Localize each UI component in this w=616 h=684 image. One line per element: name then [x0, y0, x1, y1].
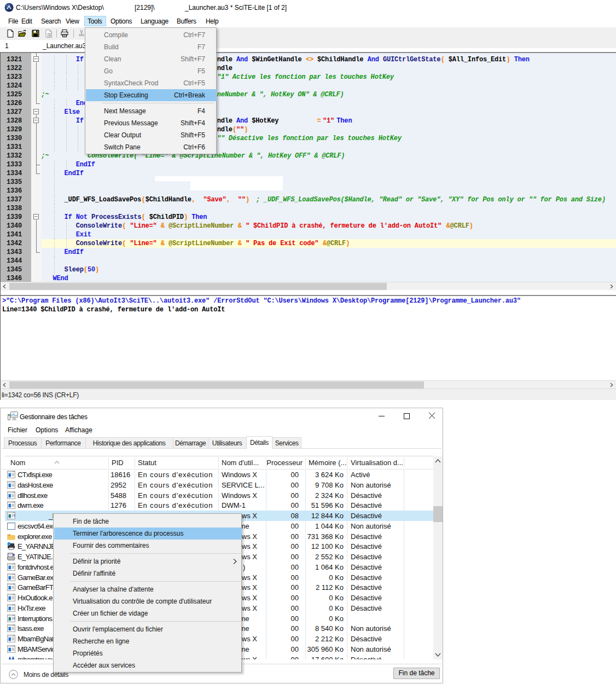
- process-row-ctxfispi-exe[interactable]: CTxfispi.exe18616En cours d'exécutionWin…: [2, 469, 434, 480]
- column-separator[interactable]: [404, 457, 404, 468]
- tm-tab-services[interactable]: Services: [272, 437, 301, 449]
- scroll-down-arrow[interactable]: [433, 650, 443, 659]
- menu-item-go[interactable]: GoF5: [86, 65, 217, 77]
- tm-menubar-item-affichage[interactable]: Affichage: [65, 426, 92, 434]
- indent-guide: [54, 117, 55, 125]
- save-file-icon[interactable]: [31, 29, 40, 38]
- taskmanager-icon: [8, 411, 18, 421]
- output-hscrollbar[interactable]: [0, 380, 616, 389]
- context-item-cr-er-un-fichier-de-vidage[interactable]: Créer un fichier de vidage: [54, 607, 242, 619]
- process-row-dwm-exe[interactable]: dwm.exe1276En cours d'exécutionDWM-10051…: [2, 500, 434, 511]
- tm-tab-processus[interactable]: Processus: [4, 437, 42, 449]
- menu-item-previous-message[interactable]: Previous MessageShift+F4: [86, 117, 217, 129]
- menu-item-clean[interactable]: CleanShift+F7: [86, 53, 217, 65]
- tm-tab-performance[interactable]: Performance: [41, 437, 86, 449]
- menubar-item-buffers[interactable]: Buffers: [177, 18, 196, 25]
- scroll-thumb[interactable]: [9, 381, 424, 389]
- toolbar-separator: [73, 30, 74, 38]
- maximize-button[interactable]: [394, 408, 420, 425]
- indent-guide: [54, 230, 55, 239]
- scroll-thumb[interactable]: [433, 506, 443, 522]
- column-header-user[interactable]: Nom d'util...: [222, 459, 259, 467]
- end-task-button[interactable]: Fin de tâche: [393, 668, 440, 679]
- cell-cpu: 00: [291, 501, 299, 509]
- fold-collapse-box[interactable]: [33, 56, 39, 62]
- output-pane[interactable]: >"C:\Program Files (x86)\AutoIt3\SciTE\.…: [0, 296, 616, 380]
- tm-menubar-item-fichier[interactable]: Fichier: [8, 426, 27, 434]
- tm-tab-d-marrage[interactable]: Démarrage: [173, 437, 208, 449]
- menubar-item-view[interactable]: View: [66, 18, 79, 25]
- editor-hscrollbar[interactable]: [0, 282, 616, 290]
- column-header-pid[interactable]: PID: [112, 459, 124, 467]
- column-separator[interactable]: [218, 457, 219, 468]
- context-item-d-finir-l-affinit-[interactable]: Définir l'affinité: [54, 567, 242, 579]
- menubar-item-options[interactable]: Options: [111, 18, 132, 25]
- print-icon[interactable]: [60, 29, 69, 38]
- fold-collapse-box[interactable]: [33, 214, 39, 219]
- open-file-icon[interactable]: [18, 29, 27, 38]
- scroll-left-arrow[interactable]: [0, 381, 9, 389]
- tm-tab-d-tails[interactable]: Détails: [246, 436, 273, 449]
- context-item-fournir-des-commentaires[interactable]: Fournir des commentaires: [54, 540, 242, 552]
- menu-item-next-message[interactable]: Next MessageF4: [86, 105, 217, 117]
- context-item-acc-der-aux-services[interactable]: Accéder aux services: [54, 659, 242, 671]
- minimize-button[interactable]: [369, 408, 394, 425]
- new-file-icon[interactable]: [6, 29, 15, 38]
- indent-guide: [54, 108, 55, 117]
- column-separator[interactable]: [266, 457, 266, 468]
- close-file-icon[interactable]: [44, 29, 54, 38]
- code-token: (: [84, 265, 88, 274]
- column-header-statut[interactable]: Statut: [138, 459, 156, 467]
- table-vscrollbar[interactable]: [433, 456, 443, 659]
- cell-memory: 3 624 Ko: [315, 471, 344, 479]
- column-separator[interactable]: [347, 457, 347, 468]
- menubar-item-help[interactable]: Help: [206, 18, 218, 25]
- context-item-virtualisation-du-contr-le-de-compte-d-u[interactable]: Virtualisation du contrôle de compte d'u…: [54, 595, 242, 607]
- menu-item-clear-output[interactable]: Clear OutputShift+F5: [86, 129, 217, 141]
- scroll-left-arrow[interactable]: [0, 282, 9, 291]
- context-item-recherche-en-ligne[interactable]: Recherche en ligne: [54, 635, 242, 647]
- column-separator[interactable]: [135, 457, 135, 468]
- column-separator[interactable]: [108, 457, 109, 468]
- fold-collapse-box[interactable]: [33, 118, 39, 123]
- code-token: ;~: [41, 90, 49, 99]
- menubar-item-edit[interactable]: Edit: [21, 18, 32, 25]
- scroll-up-arrow[interactable]: [433, 456, 443, 466]
- context-item-d-finir-la-priorit-[interactable]: Définir la priorité: [54, 555, 242, 567]
- tab-label: _Launcher.au3: [43, 42, 86, 50]
- context-item-propri-t-s[interactable]: Propriétés: [54, 647, 242, 659]
- taskmanager-title: Gestionnaire des tâches: [20, 413, 88, 421]
- close-button[interactable]: [420, 408, 445, 425]
- menubar-item-language[interactable]: Language: [141, 18, 168, 25]
- less-details-icon[interactable]: [9, 670, 18, 679]
- context-item-terminer-l-arborescence-du-processus[interactable]: Terminer l'arborescence du processus: [54, 528, 242, 540]
- column-separator[interactable]: [305, 457, 306, 468]
- column-header-memoire[interactable]: Mémoire (...: [309, 459, 346, 467]
- tm-menubar-item-options[interactable]: Options: [36, 426, 58, 434]
- menu-item-compile[interactable]: CompileCtrl+F7: [86, 29, 217, 41]
- tm-tab-historique-des-applications[interactable]: Historique des applications: [85, 437, 173, 449]
- process-row-dllhost-exe[interactable]: dllhost.exe5488En cours d'exécutionWindo…: [2, 490, 434, 501]
- column-header-cpu[interactable]: Processeur: [266, 459, 303, 467]
- process-row-dashost-exe[interactable]: dasHost.exe2952En cours d'exécutionSERVI…: [2, 480, 434, 490]
- column-header-nom[interactable]: Nom: [10, 459, 25, 467]
- scroll-thumb[interactable]: [9, 283, 387, 290]
- menubar-item-file[interactable]: File: [8, 18, 18, 25]
- scroll-right-arrow[interactable]: [607, 282, 616, 291]
- column-header-virtualisation[interactable]: Virtualisation d...: [351, 459, 403, 467]
- menubar-item-tools[interactable]: Tools: [88, 18, 102, 25]
- menubar-item-search[interactable]: Search: [41, 18, 61, 25]
- tm-tab-utilisateurs[interactable]: Utilisateurs: [208, 437, 247, 449]
- menu-item-stop-executing[interactable]: Stop ExecutingCtrl+Break: [86, 89, 217, 101]
- scroll-right-arrow[interactable]: [607, 381, 616, 389]
- context-item-ouvrir-l-emplacement-du-fichier[interactable]: Ouvrir l'emplacement du fichier: [54, 623, 242, 635]
- cell-status: En cours d'exécution: [138, 471, 213, 479]
- code-token: ndle: [217, 64, 233, 73]
- context-item-fin-de-t-che[interactable]: Fin de tâche: [54, 515, 242, 528]
- menu-item-label: Clear Output: [104, 131, 141, 139]
- context-item-analyser-la-cha-ne-d-attente[interactable]: Analyser la chaîne d'attente: [54, 583, 242, 595]
- menu-item-build[interactable]: BuildF7: [86, 41, 217, 53]
- menu-item-switch-pane[interactable]: Switch PaneCtrl+F6: [86, 141, 217, 153]
- menu-item-syntaxcheck-prod[interactable]: SyntaxCheck ProdCtrl+F5: [86, 77, 217, 89]
- fold-collapse-box[interactable]: [33, 109, 39, 114]
